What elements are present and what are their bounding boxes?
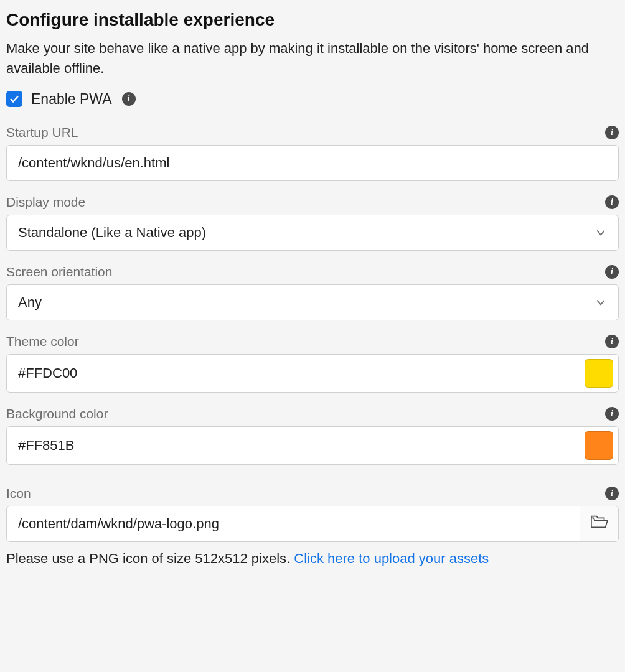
icon-hint: Please use a PNG icon of size 512x512 pi… (6, 551, 619, 567)
enable-pwa-row: Enable PWA i (6, 91, 619, 108)
page-description: Make your site behave like a native app … (6, 39, 619, 78)
display-mode-select[interactable]: Standalone (Like a Native app) (6, 215, 619, 251)
theme-color-label: Theme color (6, 334, 79, 349)
icon-path-value[interactable]: /content/dam/wknd/pwa-logo.png (7, 506, 580, 541)
info-icon[interactable]: i (605, 407, 619, 421)
startup-url-label: Startup URL (6, 125, 78, 140)
info-icon[interactable]: i (605, 126, 619, 139)
enable-pwa-label: Enable PWA (31, 91, 112, 108)
info-icon[interactable]: i (605, 335, 619, 348)
info-icon[interactable]: i (605, 265, 619, 279)
startup-url-field: Startup URL i (6, 125, 619, 181)
enable-pwa-checkbox[interactable] (6, 91, 22, 107)
screen-orientation-field: Screen orientation i Any (6, 264, 619, 320)
icon-hint-text: Please use a PNG icon of size 512x512 pi… (6, 551, 294, 566)
screen-orientation-select[interactable]: Any (6, 284, 619, 320)
icon-path-input: /content/dam/wknd/pwa-logo.png (6, 506, 619, 542)
icon-field: Icon i /content/dam/wknd/pwa-logo.png (6, 486, 619, 542)
display-mode-value: Standalone (Like a Native app) (18, 225, 206, 241)
folder-open-icon (590, 514, 609, 534)
theme-color-swatch[interactable] (585, 359, 613, 388)
background-color-field: Background color i #FF851B (6, 406, 619, 465)
info-icon[interactable]: i (605, 195, 619, 209)
background-color-swatch[interactable] (585, 431, 613, 460)
screen-orientation-value: Any (18, 294, 42, 310)
icon-label: Icon (6, 486, 31, 501)
info-icon[interactable]: i (122, 92, 136, 106)
display-mode-label: Display mode (6, 195, 85, 210)
upload-assets-link[interactable]: Click here to upload your assets (294, 551, 489, 566)
theme-color-value: #FFDC00 (18, 365, 77, 381)
background-color-label: Background color (6, 406, 108, 421)
info-icon[interactable]: i (605, 487, 619, 500)
startup-url-input[interactable] (6, 145, 619, 181)
screen-orientation-label: Screen orientation (6, 264, 112, 279)
browse-button[interactable] (580, 506, 618, 541)
background-color-input[interactable]: #FF851B (6, 426, 619, 465)
theme-color-input[interactable]: #FFDC00 (6, 354, 619, 393)
theme-color-field: Theme color i #FFDC00 (6, 334, 619, 393)
display-mode-field: Display mode i Standalone (Like a Native… (6, 195, 619, 251)
page-title: Configure installable experience (6, 10, 619, 30)
chevron-down-icon (594, 226, 607, 239)
background-color-value: #FF851B (18, 437, 75, 454)
chevron-down-icon (594, 296, 607, 309)
